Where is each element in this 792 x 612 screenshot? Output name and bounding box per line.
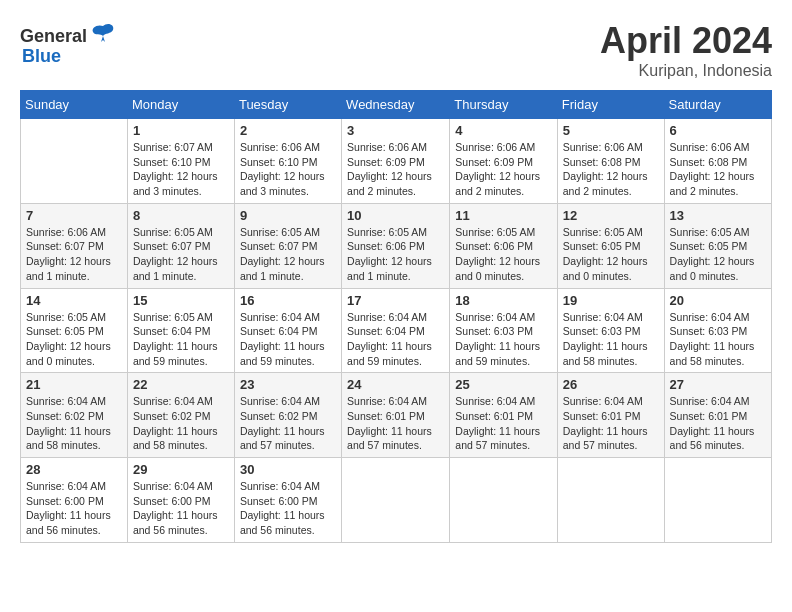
day-info: Sunrise: 6:04 AM Sunset: 6:01 PM Dayligh… bbox=[670, 394, 766, 453]
weekday-row: SundayMondayTuesdayWednesdayThursdayFrid… bbox=[21, 91, 772, 119]
calendar-cell: 29Sunrise: 6:04 AM Sunset: 6:00 PM Dayli… bbox=[127, 458, 234, 543]
day-info: Sunrise: 6:06 AM Sunset: 6:08 PM Dayligh… bbox=[563, 140, 659, 199]
weekday-header: Tuesday bbox=[234, 91, 341, 119]
day-info: Sunrise: 6:04 AM Sunset: 6:01 PM Dayligh… bbox=[455, 394, 551, 453]
day-number: 13 bbox=[670, 208, 766, 223]
day-number: 22 bbox=[133, 377, 229, 392]
week-row: 1Sunrise: 6:07 AM Sunset: 6:10 PM Daylig… bbox=[21, 119, 772, 204]
day-number: 6 bbox=[670, 123, 766, 138]
day-info: Sunrise: 6:05 AM Sunset: 6:05 PM Dayligh… bbox=[563, 225, 659, 284]
logo-general: General bbox=[20, 26, 87, 47]
calendar-cell: 10Sunrise: 6:05 AM Sunset: 6:06 PM Dayli… bbox=[342, 203, 450, 288]
calendar-cell: 8Sunrise: 6:05 AM Sunset: 6:07 PM Daylig… bbox=[127, 203, 234, 288]
weekday-header: Monday bbox=[127, 91, 234, 119]
day-number: 3 bbox=[347, 123, 444, 138]
calendar-cell: 24Sunrise: 6:04 AM Sunset: 6:01 PM Dayli… bbox=[342, 373, 450, 458]
day-number: 14 bbox=[26, 293, 122, 308]
day-number: 15 bbox=[133, 293, 229, 308]
day-info: Sunrise: 6:04 AM Sunset: 6:00 PM Dayligh… bbox=[26, 479, 122, 538]
calendar-cell: 28Sunrise: 6:04 AM Sunset: 6:00 PM Dayli… bbox=[21, 458, 128, 543]
day-info: Sunrise: 6:05 AM Sunset: 6:05 PM Dayligh… bbox=[26, 310, 122, 369]
day-number: 2 bbox=[240, 123, 336, 138]
weekday-header: Thursday bbox=[450, 91, 557, 119]
day-info: Sunrise: 6:06 AM Sunset: 6:08 PM Dayligh… bbox=[670, 140, 766, 199]
calendar-cell: 26Sunrise: 6:04 AM Sunset: 6:01 PM Dayli… bbox=[557, 373, 664, 458]
calendar-cell: 21Sunrise: 6:04 AM Sunset: 6:02 PM Dayli… bbox=[21, 373, 128, 458]
day-number: 27 bbox=[670, 377, 766, 392]
logo-blue: Blue bbox=[22, 46, 61, 67]
day-number: 16 bbox=[240, 293, 336, 308]
day-info: Sunrise: 6:05 AM Sunset: 6:07 PM Dayligh… bbox=[240, 225, 336, 284]
day-number: 24 bbox=[347, 377, 444, 392]
calendar-cell: 9Sunrise: 6:05 AM Sunset: 6:07 PM Daylig… bbox=[234, 203, 341, 288]
weekday-header: Sunday bbox=[21, 91, 128, 119]
day-number: 30 bbox=[240, 462, 336, 477]
day-info: Sunrise: 6:06 AM Sunset: 6:09 PM Dayligh… bbox=[455, 140, 551, 199]
day-number: 19 bbox=[563, 293, 659, 308]
calendar-cell: 6Sunrise: 6:06 AM Sunset: 6:08 PM Daylig… bbox=[664, 119, 771, 204]
calendar-body: 1Sunrise: 6:07 AM Sunset: 6:10 PM Daylig… bbox=[21, 119, 772, 543]
calendar-cell: 27Sunrise: 6:04 AM Sunset: 6:01 PM Dayli… bbox=[664, 373, 771, 458]
calendar-cell: 19Sunrise: 6:04 AM Sunset: 6:03 PM Dayli… bbox=[557, 288, 664, 373]
week-row: 28Sunrise: 6:04 AM Sunset: 6:00 PM Dayli… bbox=[21, 458, 772, 543]
calendar-cell: 15Sunrise: 6:05 AM Sunset: 6:04 PM Dayli… bbox=[127, 288, 234, 373]
day-info: Sunrise: 6:05 AM Sunset: 6:05 PM Dayligh… bbox=[670, 225, 766, 284]
day-number: 1 bbox=[133, 123, 229, 138]
calendar-title: April 2024 bbox=[600, 20, 772, 62]
calendar-cell bbox=[664, 458, 771, 543]
calendar-cell bbox=[342, 458, 450, 543]
day-info: Sunrise: 6:04 AM Sunset: 6:02 PM Dayligh… bbox=[26, 394, 122, 453]
day-info: Sunrise: 6:04 AM Sunset: 6:00 PM Dayligh… bbox=[133, 479, 229, 538]
calendar-header: SundayMondayTuesdayWednesdayThursdayFrid… bbox=[21, 91, 772, 119]
day-info: Sunrise: 6:04 AM Sunset: 6:03 PM Dayligh… bbox=[670, 310, 766, 369]
day-number: 18 bbox=[455, 293, 551, 308]
week-row: 21Sunrise: 6:04 AM Sunset: 6:02 PM Dayli… bbox=[21, 373, 772, 458]
day-info: Sunrise: 6:05 AM Sunset: 6:04 PM Dayligh… bbox=[133, 310, 229, 369]
calendar-cell: 3Sunrise: 6:06 AM Sunset: 6:09 PM Daylig… bbox=[342, 119, 450, 204]
calendar-cell: 2Sunrise: 6:06 AM Sunset: 6:10 PM Daylig… bbox=[234, 119, 341, 204]
calendar-cell: 1Sunrise: 6:07 AM Sunset: 6:10 PM Daylig… bbox=[127, 119, 234, 204]
day-number: 28 bbox=[26, 462, 122, 477]
day-info: Sunrise: 6:04 AM Sunset: 6:04 PM Dayligh… bbox=[347, 310, 444, 369]
logo-bird-icon bbox=[89, 20, 117, 48]
logo: General Blue bbox=[20, 20, 117, 67]
day-number: 17 bbox=[347, 293, 444, 308]
day-info: Sunrise: 6:04 AM Sunset: 6:00 PM Dayligh… bbox=[240, 479, 336, 538]
calendar-cell: 16Sunrise: 6:04 AM Sunset: 6:04 PM Dayli… bbox=[234, 288, 341, 373]
calendar-cell bbox=[557, 458, 664, 543]
day-number: 25 bbox=[455, 377, 551, 392]
calendar-cell: 12Sunrise: 6:05 AM Sunset: 6:05 PM Dayli… bbox=[557, 203, 664, 288]
weekday-header: Friday bbox=[557, 91, 664, 119]
day-number: 9 bbox=[240, 208, 336, 223]
day-info: Sunrise: 6:04 AM Sunset: 6:02 PM Dayligh… bbox=[133, 394, 229, 453]
day-info: Sunrise: 6:06 AM Sunset: 6:10 PM Dayligh… bbox=[240, 140, 336, 199]
calendar-cell: 17Sunrise: 6:04 AM Sunset: 6:04 PM Dayli… bbox=[342, 288, 450, 373]
day-number: 8 bbox=[133, 208, 229, 223]
day-number: 26 bbox=[563, 377, 659, 392]
calendar-cell: 25Sunrise: 6:04 AM Sunset: 6:01 PM Dayli… bbox=[450, 373, 557, 458]
day-number: 11 bbox=[455, 208, 551, 223]
calendar-cell bbox=[21, 119, 128, 204]
calendar-cell bbox=[450, 458, 557, 543]
day-info: Sunrise: 6:04 AM Sunset: 6:01 PM Dayligh… bbox=[347, 394, 444, 453]
day-info: Sunrise: 6:04 AM Sunset: 6:01 PM Dayligh… bbox=[563, 394, 659, 453]
calendar-cell: 30Sunrise: 6:04 AM Sunset: 6:00 PM Dayli… bbox=[234, 458, 341, 543]
day-info: Sunrise: 6:05 AM Sunset: 6:06 PM Dayligh… bbox=[347, 225, 444, 284]
day-info: Sunrise: 6:04 AM Sunset: 6:02 PM Dayligh… bbox=[240, 394, 336, 453]
day-info: Sunrise: 6:07 AM Sunset: 6:10 PM Dayligh… bbox=[133, 140, 229, 199]
weekday-header: Saturday bbox=[664, 91, 771, 119]
week-row: 7Sunrise: 6:06 AM Sunset: 6:07 PM Daylig… bbox=[21, 203, 772, 288]
title-block: April 2024 Kuripan, Indonesia bbox=[600, 20, 772, 80]
calendar-cell: 20Sunrise: 6:04 AM Sunset: 6:03 PM Dayli… bbox=[664, 288, 771, 373]
calendar-location: Kuripan, Indonesia bbox=[600, 62, 772, 80]
day-info: Sunrise: 6:04 AM Sunset: 6:03 PM Dayligh… bbox=[455, 310, 551, 369]
page-header: General Blue April 2024 Kuripan, Indones… bbox=[20, 20, 772, 80]
day-number: 20 bbox=[670, 293, 766, 308]
day-number: 29 bbox=[133, 462, 229, 477]
day-info: Sunrise: 6:06 AM Sunset: 6:09 PM Dayligh… bbox=[347, 140, 444, 199]
calendar-cell: 18Sunrise: 6:04 AM Sunset: 6:03 PM Dayli… bbox=[450, 288, 557, 373]
day-info: Sunrise: 6:04 AM Sunset: 6:04 PM Dayligh… bbox=[240, 310, 336, 369]
day-number: 5 bbox=[563, 123, 659, 138]
day-number: 10 bbox=[347, 208, 444, 223]
calendar-cell: 7Sunrise: 6:06 AM Sunset: 6:07 PM Daylig… bbox=[21, 203, 128, 288]
